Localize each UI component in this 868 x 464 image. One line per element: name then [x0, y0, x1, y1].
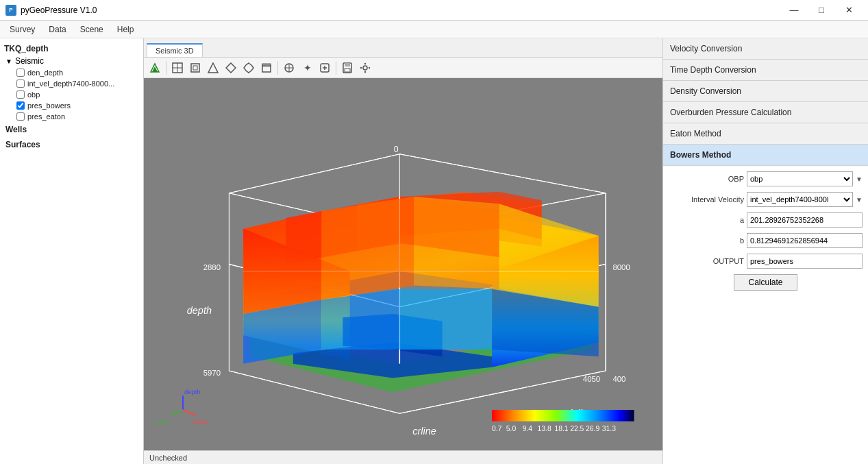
tool-btn-1[interactable]: [169, 60, 186, 76]
menu-survey[interactable]: Survey: [3, 23, 42, 36]
settings-button[interactable]: [357, 60, 373, 76]
b-label: b: [669, 236, 744, 245]
time-depth-conversion-section[interactable]: Time Depth Conversion: [663, 60, 868, 81]
svg-point-25: [360, 66, 362, 68]
save-button[interactable]: [339, 60, 356, 76]
menu-scene[interactable]: Scene: [73, 23, 110, 36]
tool-btn-8[interactable]: ✦: [299, 60, 315, 76]
toolbar-separator: [166, 61, 166, 75]
tool-btn-7[interactable]: [281, 60, 297, 76]
density-conversion-section[interactable]: Density Conversion: [663, 81, 868, 102]
tree-root-label: TKQ_depth: [3, 42, 140, 55]
velocity-conversion-section[interactable]: Velocity Conversion: [663, 38, 868, 60]
svg-text:5.0: 5.0: [506, 425, 517, 432]
3d-viewer[interactable]: 0 2880 5970 8000 4050 400 depth crline i…: [144, 78, 662, 450]
pres-bowers-checkbox[interactable]: [16, 101, 25, 110]
tool-btn-6[interactable]: [258, 60, 275, 76]
obp-label: OBP: [669, 175, 744, 183]
right-panel: Velocity Conversion Time Depth Conversio…: [662, 38, 868, 464]
svg-marker-50: [243, 211, 321, 314]
b-row: b: [669, 233, 863, 248]
den-depth-checkbox[interactable]: [16, 69, 25, 77]
menubar: Survey Data Scene Help: [0, 21, 868, 38]
interval-velocity-select[interactable]: int_vel_depth7400-800l: [747, 192, 853, 207]
toolbar-separator-3: [336, 61, 336, 75]
list-item: pres_eaton: [15, 111, 140, 122]
tab-seismic-3d[interactable]: Seismic 3D: [147, 43, 203, 57]
dropdown-arrow: ▼: [856, 175, 863, 183]
b-input[interactable]: [747, 233, 863, 248]
interval-velocity-row: Interval Velocity int_vel_depth7400-800l…: [669, 192, 863, 207]
svg-marker-7: [208, 63, 218, 73]
list-item: den_depth: [15, 67, 140, 78]
tool-btn-2[interactable]: [187, 60, 203, 76]
svg-text:18.1: 18.1: [554, 425, 568, 432]
status-text: Unchecked: [149, 454, 187, 462]
svg-marker-51: [321, 197, 414, 300]
tool-btn-3[interactable]: [205, 60, 221, 76]
obp-row: OBP obp ▼: [669, 171, 863, 186]
tab-bar: Seismic 3D: [144, 38, 662, 58]
svg-text:31.3: 31.3: [602, 425, 616, 432]
3d-scene-svg: 0 2880 5970 8000 4050 400 depth crline i…: [144, 78, 662, 450]
obp-select[interactable]: obp: [747, 171, 853, 186]
svg-point-26: [369, 66, 370, 68]
left-panel: TKQ_depth ▼ Seismic den_depth int_vel_de…: [0, 38, 144, 464]
menu-data[interactable]: Data: [42, 23, 73, 36]
output-label: OUTPUT: [669, 257, 744, 265]
svg-rect-67: [492, 410, 634, 422]
calculate-button[interactable]: Calculate: [734, 274, 797, 291]
maximize-button[interactable]: □: [808, 0, 835, 21]
menu-help[interactable]: Help: [110, 23, 141, 36]
seismic-parent[interactable]: ▼ Seismic: [3, 55, 140, 67]
main-content: TKQ_depth ▼ Seismic den_depth int_vel_de…: [0, 38, 868, 464]
seismic-arrow[interactable]: ▼: [5, 58, 12, 65]
obp-label: obp: [27, 90, 40, 99]
app-icon: P: [5, 5, 16, 16]
int-vel-checkbox[interactable]: [16, 80, 25, 88]
pres-eaton-label: pres_eaton: [27, 112, 65, 121]
seismic-children: den_depth int_vel_depth7400-8000... obp …: [3, 67, 140, 122]
tool-btn-5[interactable]: [240, 60, 257, 76]
svg-marker-52: [414, 197, 499, 289]
a-input[interactable]: [747, 212, 863, 228]
overburden-pressure-section[interactable]: Overburden Pressure Calculation: [663, 102, 868, 123]
svg-text:13.8: 13.8: [537, 425, 551, 432]
obp-checkbox[interactable]: [16, 90, 25, 99]
close-button[interactable]: ✕: [835, 0, 863, 21]
output-row: OUTPUT: [669, 254, 863, 269]
den-depth-label: den_depth: [27, 69, 63, 77]
bowers-method-section[interactable]: Bowers Method: [663, 145, 868, 166]
app-title: pyGeoPressure V1.0: [21, 5, 97, 15]
svg-text:0.7: 0.7: [492, 425, 502, 432]
svg-text:crline: crline: [412, 426, 436, 437]
minimize-button[interactable]: —: [780, 0, 808, 21]
svg-text:4050: 4050: [583, 375, 600, 383]
svg-marker-9: [244, 63, 253, 73]
svg-text:depth: depth: [187, 305, 212, 316]
dropdown-arrow-2: ▼: [856, 196, 863, 204]
titlebar-controls: — □ ✕: [780, 0, 863, 21]
svg-text:400: 400: [612, 375, 625, 383]
svg-text:depth: depth: [184, 389, 200, 395]
svg-marker-56: [399, 289, 492, 350]
svg-text:0: 0: [394, 145, 399, 154]
svg-text:9.4: 9.4: [523, 425, 533, 432]
svg-marker-55: [321, 289, 399, 350]
svg-text:26.9: 26.9: [586, 425, 599, 432]
pres-eaton-checkbox[interactable]: [16, 112, 25, 121]
surfaces-section-label: Surfaces: [3, 137, 140, 152]
status-bar: Unchecked: [144, 450, 662, 464]
svg-text:2880: 2880: [203, 263, 221, 271]
output-input[interactable]: [747, 254, 863, 269]
eaton-method-section[interactable]: Eaton Method: [663, 123, 868, 145]
list-item: obp: [15, 89, 140, 100]
svg-rect-20: [345, 63, 350, 66]
interval-velocity-label: Interval Velocity: [669, 195, 744, 204]
a-row: a: [669, 212, 863, 228]
draw-button[interactable]: [147, 60, 163, 76]
tool-btn-9[interactable]: [317, 60, 333, 76]
tool-btn-4[interactable]: [223, 60, 239, 76]
svg-text:✦: ✦: [303, 62, 312, 73]
svg-marker-8: [226, 63, 236, 73]
